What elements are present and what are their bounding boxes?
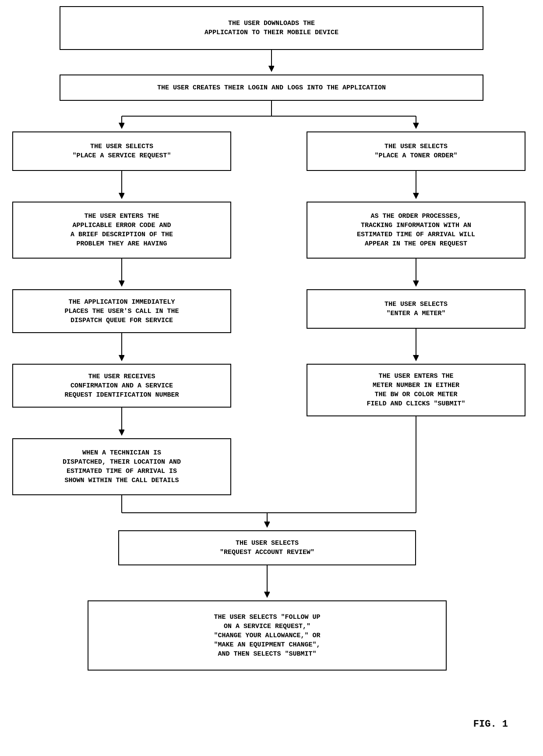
box-technician: WHEN A TECHNICIAN IS DISPATCHED, THEIR L… <box>12 438 231 495</box>
box-enter-meter: THE USER SELECTS "ENTER A METER" <box>307 289 525 329</box>
flowchart-diagram: THE USER DOWNLOADS THE APPLICATION TO TH… <box>0 0 543 756</box>
box-tracking: AS THE ORDER PROCESSES, TRACKING INFORMA… <box>307 202 525 259</box>
box-confirmation: THE USER RECEIVES CONFIRMATION AND A SER… <box>12 364 231 408</box>
box-final: THE USER SELECTS "FOLLOW UP ON A SERVICE… <box>88 600 447 671</box>
box-service-request: THE USER SELECTS "PLACE A SERVICE REQUES… <box>12 131 231 171</box>
box-meter-number: THE USER ENTERS THE METER NUMBER IN EITH… <box>307 364 525 416</box>
box-account-review: THE USER SELECTS "REQUEST ACCOUNT REVIEW… <box>118 530 416 565</box>
box-toner-order: THE USER SELECTS "PLACE A TONER ORDER" <box>307 131 525 171</box>
box-dispatch: THE APPLICATION IMMEDIATELY PLACES THE U… <box>12 289 231 333</box>
box-download: THE USER DOWNLOADS THE APPLICATION TO TH… <box>60 6 483 50</box>
figure-label: FIG. 1 <box>473 719 508 730</box>
box-error-code: THE USER ENTERS THE APPLICABLE ERROR COD… <box>12 202 231 259</box>
box-login: THE USER CREATES THEIR LOGIN AND LOGS IN… <box>60 75 483 101</box>
